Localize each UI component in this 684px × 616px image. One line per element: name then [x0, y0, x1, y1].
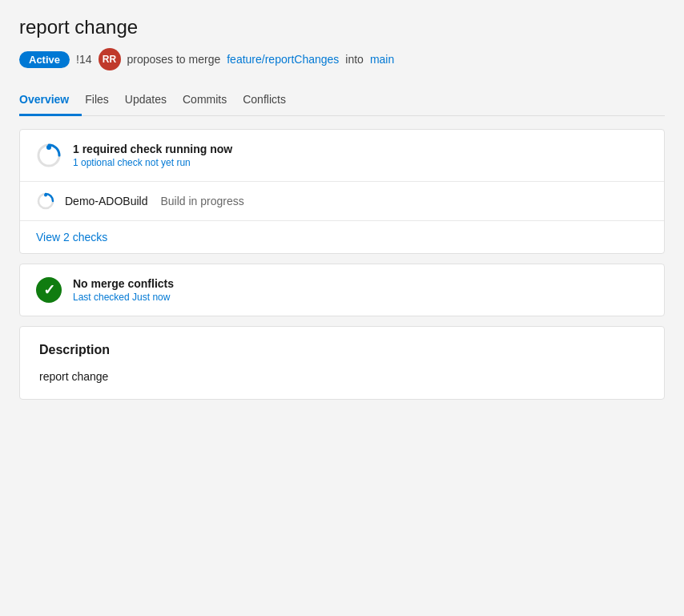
description-card: Description report change — [19, 326, 665, 400]
check-summary: 1 required check running now — [73, 143, 232, 155]
tab-overview[interactable]: Overview — [19, 85, 82, 116]
check-text: 1 required check running now 1 optional … — [73, 143, 232, 168]
svg-point-3 — [44, 194, 47, 197]
tab-bar: Overview Files Updates Commits Conflicts — [19, 85, 665, 116]
merge-conflict-card: ✓ No merge conflicts Last checked Just n… — [19, 264, 665, 316]
build-row: Demo-ADOBuild Build in progress — [20, 182, 664, 221]
into-text: into — [345, 53, 364, 66]
check-running-icon — [36, 143, 62, 168]
merge-check-icon: ✓ — [36, 277, 62, 303]
pr-number: !14 — [76, 53, 91, 66]
page-container: report change Active !14 RR proposes to … — [0, 0, 684, 616]
build-name: Demo-ADOBuild — [65, 195, 147, 207]
tab-updates[interactable]: Updates — [122, 85, 179, 116]
avatar: RR — [99, 48, 121, 70]
merge-last-checked: Last checked Just now — [73, 292, 174, 303]
tab-files[interactable]: Files — [82, 85, 122, 116]
merge-text-block: No merge conflicts Last checked Just now — [73, 277, 174, 303]
description-title: Description — [39, 343, 645, 357]
description-body: report change — [39, 370, 645, 383]
check-header: 1 required check running now 1 optional … — [20, 130, 664, 181]
spinner-svg — [36, 143, 62, 168]
tab-commits[interactable]: Commits — [179, 85, 239, 116]
svg-point-1 — [46, 145, 51, 150]
check-optional: 1 optional check not yet run — [73, 157, 232, 168]
page-title: report change — [19, 16, 665, 38]
content-area: 1 required check running now 1 optional … — [19, 129, 665, 400]
meta-row: Active !14 RR proposes to merge feature/… — [19, 48, 665, 70]
tab-conflicts[interactable]: Conflicts — [239, 85, 299, 116]
active-badge: Active — [19, 51, 70, 68]
view-checks-link[interactable]: View 2 checks — [36, 231, 107, 244]
build-running-icon — [36, 191, 55, 211]
build-status: Build in progress — [160, 195, 243, 207]
view-checks-row: View 2 checks — [20, 221, 664, 253]
build-spinner-svg — [36, 191, 55, 211]
merge-conflict-section: ✓ No merge conflicts Last checked Just n… — [20, 264, 664, 316]
merge-text: proposes to merge — [127, 53, 221, 66]
source-branch-link[interactable]: feature/reportChanges — [227, 53, 339, 66]
target-branch-link[interactable]: main — [370, 53, 394, 66]
checks-card: 1 required check running now 1 optional … — [19, 129, 665, 254]
merge-title: No merge conflicts — [73, 277, 174, 290]
merge-time: Just now — [132, 292, 170, 303]
